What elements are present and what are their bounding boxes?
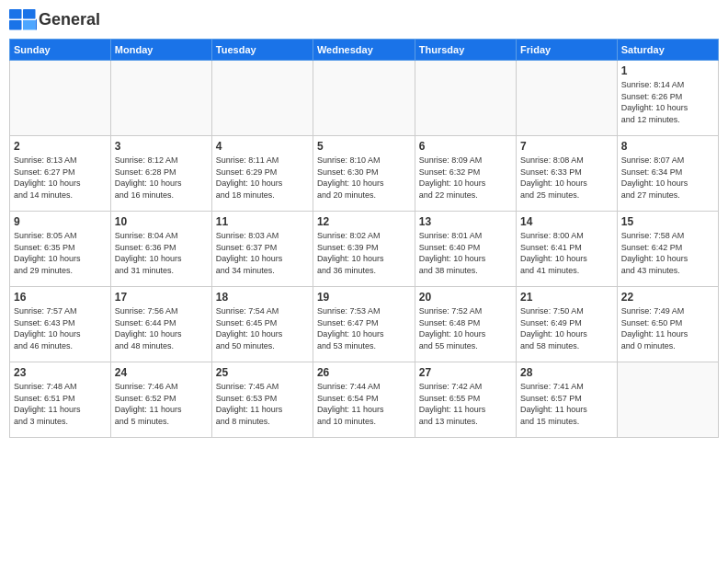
col-header-wednesday: Wednesday — [313, 40, 415, 61]
day-info: Sunrise: 7:53 AM Sunset: 6:47 PM Dayligh… — [317, 305, 411, 351]
logo: General — [9, 9, 100, 31]
day-number: 17 — [115, 291, 208, 304]
day-info: Sunrise: 8:01 AM Sunset: 6:40 PM Dayligh… — [419, 230, 512, 276]
calendar-cell: 5Sunrise: 8:10 AM Sunset: 6:30 PM Daylig… — [313, 136, 415, 212]
calendar-week-row: 9Sunrise: 8:05 AM Sunset: 6:35 PM Daylig… — [10, 212, 719, 287]
day-number: 1 — [621, 64, 714, 77]
day-number: 24 — [115, 366, 208, 379]
day-info: Sunrise: 8:08 AM Sunset: 6:33 PM Dayligh… — [520, 155, 613, 201]
day-info: Sunrise: 8:05 AM Sunset: 6:35 PM Dayligh… — [14, 230, 107, 276]
calendar-cell: 10Sunrise: 8:04 AM Sunset: 6:36 PM Dayli… — [110, 212, 211, 287]
day-info: Sunrise: 8:12 AM Sunset: 6:28 PM Dayligh… — [115, 155, 208, 201]
calendar-cell: 16Sunrise: 7:57 AM Sunset: 6:43 PM Dayli… — [10, 287, 111, 362]
day-info: Sunrise: 7:44 AM Sunset: 6:54 PM Dayligh… — [317, 381, 411, 427]
calendar-cell: 21Sunrise: 7:50 AM Sunset: 6:49 PM Dayli… — [517, 287, 618, 362]
day-number: 7 — [520, 140, 613, 153]
day-info: Sunrise: 8:09 AM Sunset: 6:32 PM Dayligh… — [419, 155, 512, 201]
day-number: 8 — [621, 140, 714, 153]
calendar-cell: 20Sunrise: 7:52 AM Sunset: 6:48 PM Dayli… — [415, 287, 516, 362]
day-number: 16 — [14, 291, 107, 304]
calendar-week-row: 2Sunrise: 8:13 AM Sunset: 6:27 PM Daylig… — [10, 136, 719, 212]
day-number: 2 — [14, 140, 107, 153]
day-number: 4 — [216, 140, 309, 153]
day-number: 21 — [520, 291, 613, 304]
calendar-week-row: 23Sunrise: 7:48 AM Sunset: 6:51 PM Dayli… — [10, 362, 719, 438]
day-number: 15 — [621, 215, 714, 228]
day-info: Sunrise: 7:48 AM Sunset: 6:51 PM Dayligh… — [14, 381, 107, 427]
calendar-cell: 1Sunrise: 8:14 AM Sunset: 6:26 PM Daylig… — [617, 61, 718, 136]
col-header-thursday: Thursday — [415, 40, 516, 61]
calendar-cell: 26Sunrise: 7:44 AM Sunset: 6:54 PM Dayli… — [313, 362, 415, 438]
logo-icon — [9, 9, 37, 31]
calendar-cell: 12Sunrise: 8:02 AM Sunset: 6:39 PM Dayli… — [313, 212, 415, 287]
day-info: Sunrise: 7:46 AM Sunset: 6:52 PM Dayligh… — [115, 381, 208, 427]
day-number: 26 — [317, 366, 411, 379]
col-header-sunday: Sunday — [10, 40, 111, 61]
day-number: 22 — [621, 291, 714, 304]
calendar-week-row: 16Sunrise: 7:57 AM Sunset: 6:43 PM Dayli… — [10, 287, 719, 362]
svg-marker-3 — [23, 20, 36, 30]
day-info: Sunrise: 8:04 AM Sunset: 6:36 PM Dayligh… — [115, 230, 208, 276]
day-info: Sunrise: 7:58 AM Sunset: 6:42 PM Dayligh… — [621, 230, 714, 276]
day-number: 27 — [419, 366, 512, 379]
day-number: 18 — [216, 291, 309, 304]
col-header-saturday: Saturday — [617, 40, 718, 61]
calendar-cell: 9Sunrise: 8:05 AM Sunset: 6:35 PM Daylig… — [10, 212, 111, 287]
day-info: Sunrise: 7:49 AM Sunset: 6:50 PM Dayligh… — [621, 305, 714, 351]
day-number: 14 — [520, 215, 613, 228]
day-number: 6 — [419, 140, 512, 153]
calendar-table: SundayMondayTuesdayWednesdayThursdayFrid… — [9, 39, 719, 438]
day-info: Sunrise: 8:07 AM Sunset: 6:34 PM Dayligh… — [621, 155, 714, 201]
calendar-cell — [211, 61, 313, 136]
calendar-cell — [313, 61, 415, 136]
day-info: Sunrise: 7:50 AM Sunset: 6:49 PM Dayligh… — [520, 305, 613, 351]
day-info: Sunrise: 7:42 AM Sunset: 6:55 PM Dayligh… — [419, 381, 512, 427]
calendar-cell: 15Sunrise: 7:58 AM Sunset: 6:42 PM Dayli… — [617, 212, 718, 287]
day-info: Sunrise: 8:10 AM Sunset: 6:30 PM Dayligh… — [317, 155, 411, 201]
calendar-header-row: SundayMondayTuesdayWednesdayThursdayFrid… — [10, 40, 719, 61]
header: General — [9, 9, 719, 31]
calendar-cell — [415, 61, 516, 136]
calendar-cell — [517, 61, 618, 136]
day-number: 23 — [14, 366, 107, 379]
logo-text: General — [39, 11, 100, 29]
calendar-cell: 22Sunrise: 7:49 AM Sunset: 6:50 PM Dayli… — [617, 287, 718, 362]
day-number: 11 — [216, 215, 309, 228]
calendar-cell: 28Sunrise: 7:41 AM Sunset: 6:57 PM Dayli… — [517, 362, 618, 438]
calendar-cell: 18Sunrise: 7:54 AM Sunset: 6:45 PM Dayli… — [211, 287, 313, 362]
calendar-cell: 7Sunrise: 8:08 AM Sunset: 6:33 PM Daylig… — [517, 136, 618, 212]
col-header-friday: Friday — [517, 40, 618, 61]
calendar-cell: 11Sunrise: 8:03 AM Sunset: 6:37 PM Dayli… — [211, 212, 313, 287]
calendar-cell — [110, 61, 211, 136]
calendar-cell: 3Sunrise: 8:12 AM Sunset: 6:28 PM Daylig… — [110, 136, 211, 212]
day-info: Sunrise: 8:00 AM Sunset: 6:41 PM Dayligh… — [520, 230, 613, 276]
day-info: Sunrise: 7:56 AM Sunset: 6:44 PM Dayligh… — [115, 305, 208, 351]
day-info: Sunrise: 8:02 AM Sunset: 6:39 PM Dayligh… — [317, 230, 411, 276]
calendar-cell: 27Sunrise: 7:42 AM Sunset: 6:55 PM Dayli… — [415, 362, 516, 438]
day-info: Sunrise: 7:57 AM Sunset: 6:43 PM Dayligh… — [14, 305, 107, 351]
calendar-week-row: 1Sunrise: 8:14 AM Sunset: 6:26 PM Daylig… — [10, 61, 719, 136]
day-info: Sunrise: 8:11 AM Sunset: 6:29 PM Dayligh… — [216, 155, 309, 201]
col-header-monday: Monday — [110, 40, 211, 61]
calendar-cell: 8Sunrise: 8:07 AM Sunset: 6:34 PM Daylig… — [617, 136, 718, 212]
svg-rect-0 — [9, 9, 22, 19]
day-number: 28 — [520, 366, 613, 379]
calendar-cell: 6Sunrise: 8:09 AM Sunset: 6:32 PM Daylig… — [415, 136, 516, 212]
calendar-cell: 23Sunrise: 7:48 AM Sunset: 6:51 PM Dayli… — [10, 362, 111, 438]
calendar-cell: 14Sunrise: 8:00 AM Sunset: 6:41 PM Dayli… — [517, 212, 618, 287]
day-number: 20 — [419, 291, 512, 304]
day-number: 12 — [317, 215, 411, 228]
calendar-cell: 25Sunrise: 7:45 AM Sunset: 6:53 PM Dayli… — [211, 362, 313, 438]
calendar-cell: 19Sunrise: 7:53 AM Sunset: 6:47 PM Dayli… — [313, 287, 415, 362]
day-info: Sunrise: 8:03 AM Sunset: 6:37 PM Dayligh… — [216, 230, 309, 276]
day-number: 25 — [216, 366, 309, 379]
day-number: 3 — [115, 140, 208, 153]
day-number: 13 — [419, 215, 512, 228]
day-info: Sunrise: 7:52 AM Sunset: 6:48 PM Dayligh… — [419, 305, 512, 351]
calendar-cell — [10, 61, 111, 136]
day-number: 10 — [115, 215, 208, 228]
day-info: Sunrise: 7:41 AM Sunset: 6:57 PM Dayligh… — [520, 381, 613, 427]
day-number: 9 — [14, 215, 107, 228]
calendar-cell: 17Sunrise: 7:56 AM Sunset: 6:44 PM Dayli… — [110, 287, 211, 362]
day-info: Sunrise: 8:14 AM Sunset: 6:26 PM Dayligh… — [621, 79, 714, 125]
